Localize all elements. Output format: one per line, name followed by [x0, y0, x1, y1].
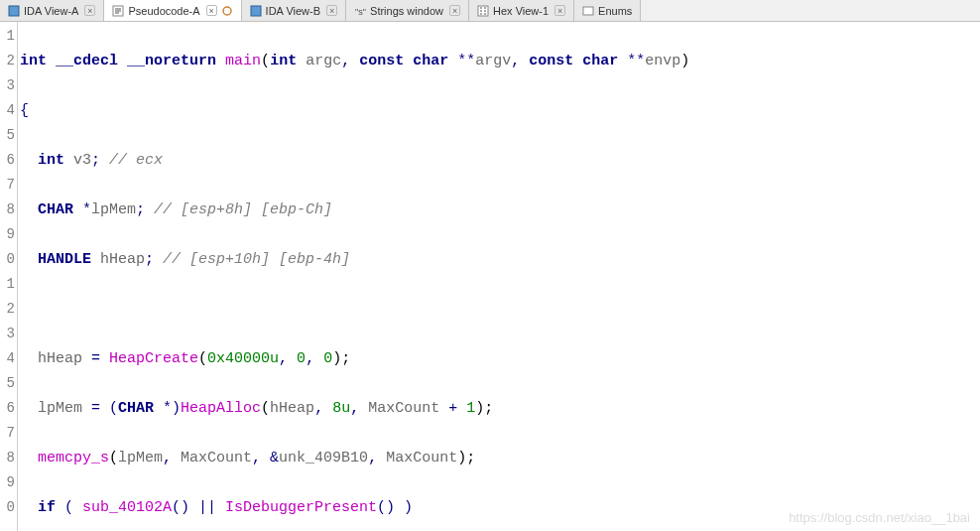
line-number: 4	[0, 98, 17, 123]
tab-bar: IDA View-A × Pseudocode-A × IDA View-B ×…	[0, 0, 980, 22]
svg-rect-0	[9, 6, 19, 16]
line-number: 5	[0, 371, 17, 396]
code-line: CHAR *lpMem; // [esp+8h] [ebp-Ch]	[20, 198, 980, 222]
line-number: 6	[0, 148, 17, 173]
code-line: memcpy_s(lpMem, MaxCount, &unk_409B10, M…	[20, 446, 980, 470]
svg-text:"s": "s"	[355, 7, 366, 17]
line-number: 1	[0, 272, 17, 297]
tab-label: Enums	[598, 5, 632, 17]
tab-label: IDA View-A	[24, 5, 78, 17]
strings-icon: "s"	[354, 5, 366, 17]
sync-icon	[221, 5, 233, 17]
line-number: 8	[0, 198, 17, 222]
close-icon[interactable]: ×	[326, 5, 337, 16]
view-icon	[112, 5, 124, 17]
line-number: 1	[0, 24, 17, 49]
view-icon	[250, 5, 262, 17]
close-icon[interactable]: ×	[554, 5, 565, 16]
svg-rect-5	[478, 6, 488, 16]
tab-hex-view[interactable]: Hex View-1 ×	[469, 0, 574, 21]
line-number: 2	[0, 49, 17, 73]
tab-enums[interactable]: Enums	[574, 0, 641, 21]
code-editor[interactable]: int __cdecl __noreturn main(int argc, co…	[18, 22, 980, 531]
code-line: int v3; // ecx	[20, 148, 980, 173]
line-number: 9	[0, 222, 17, 247]
line-number: 2	[0, 297, 17, 322]
svg-rect-3	[251, 6, 261, 16]
tab-label: Hex View-1	[493, 5, 549, 17]
line-number: 7	[0, 173, 17, 198]
line-number: 0	[0, 495, 17, 520]
close-icon[interactable]: ×	[84, 5, 95, 16]
line-number: 3	[0, 322, 17, 346]
close-icon[interactable]: ×	[206, 5, 217, 16]
tab-ida-view-b[interactable]: IDA View-B ×	[242, 0, 346, 21]
code-line: hHeap = HeapCreate(0x40000u, 0, 0);	[20, 346, 980, 371]
line-number: 5	[0, 123, 17, 148]
tab-label: Pseudocode-A	[128, 5, 199, 17]
svg-rect-6	[583, 7, 593, 15]
close-icon[interactable]: ×	[449, 5, 460, 16]
tab-label: Strings window	[370, 5, 443, 17]
tab-ida-view-a[interactable]: IDA View-A ×	[0, 0, 104, 21]
tab-pseudocode-a[interactable]: Pseudocode-A ×	[104, 0, 241, 21]
line-number-gutter: 1 2 3 4 5 6 7 8 9 0 1 2 3 4 5 6 7 8 9 0	[0, 22, 18, 531]
line-number: 6	[0, 396, 17, 421]
line-number: 8	[0, 446, 17, 470]
view-icon	[8, 5, 20, 17]
code-line: HANDLE hHeap; // [esp+10h] [ebp-4h]	[20, 247, 980, 272]
code-line: lpMem = (CHAR *)HeapAlloc(hHeap, 8u, Max…	[20, 396, 980, 421]
line-number: 4	[0, 346, 17, 371]
code-line: if ( sub_40102A() || IsDebuggerPresent()…	[20, 495, 980, 520]
line-number: 7	[0, 421, 17, 446]
enum-icon	[582, 5, 594, 17]
tab-strings[interactable]: "s" Strings window ×	[346, 0, 469, 21]
code-line: int __cdecl __noreturn main(int argc, co…	[20, 49, 980, 73]
hex-icon	[477, 5, 489, 17]
svg-point-2	[223, 7, 231, 15]
line-number: 3	[0, 73, 17, 98]
code-line: {	[20, 98, 980, 123]
line-number: 9	[0, 470, 17, 495]
tab-label: IDA View-B	[266, 5, 320, 17]
code-line	[20, 297, 980, 322]
line-number: 0	[0, 247, 17, 272]
code-area: 1 2 3 4 5 6 7 8 9 0 1 2 3 4 5 6 7 8 9 0 …	[0, 22, 980, 531]
